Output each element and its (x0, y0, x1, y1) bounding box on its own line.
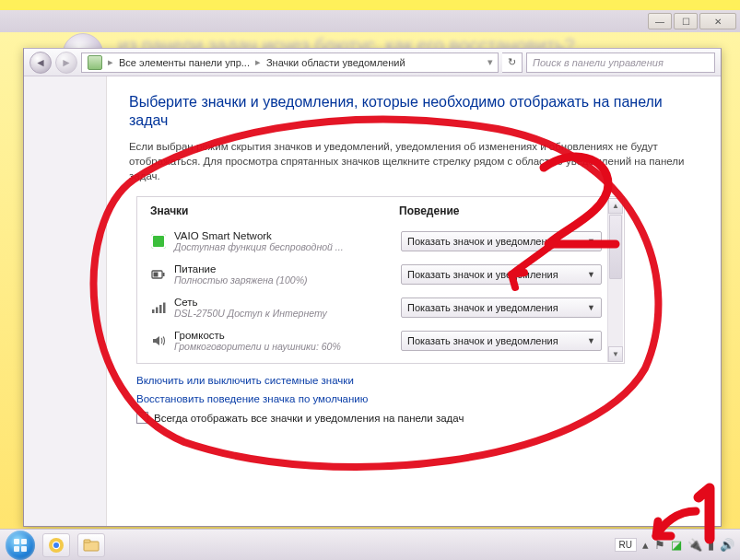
svg-rect-5 (159, 305, 162, 313)
scroll-thumb[interactable] (609, 215, 622, 279)
row-subtitle: Доступная функция беспроводной ... (174, 241, 393, 252)
behavior-dropdown[interactable]: Показать значок и уведомления▼ (401, 331, 602, 351)
search-input[interactable]: Поиск в панели управления (526, 52, 715, 73)
svg-rect-6 (163, 303, 166, 314)
behavior-dropdown[interactable]: Показать значок и уведомления▼ (401, 231, 602, 251)
table-row: Питание Полностью заряжена (100%) Показа… (137, 258, 624, 291)
tray-power-icon[interactable]: 🔌 (687, 538, 702, 552)
chevron-down-icon: ▼ (587, 237, 595, 246)
svg-point-13 (53, 542, 59, 548)
taskbar: RU ▴ ⚑ ◪ 🔌 ▮ 🔊 (0, 529, 740, 560)
taskbar-app-explorer[interactable] (77, 533, 105, 557)
always-show-checkbox[interactable] (136, 412, 148, 424)
row-subtitle: Громкоговорители и наушники: 60% (174, 341, 393, 352)
icons-table: Значки Поведение VAIO Smart Network Дост… (136, 196, 625, 364)
breadcrumb-separator: ▸ (108, 56, 113, 68)
svg-rect-1 (163, 273, 165, 276)
svg-rect-15 (84, 540, 90, 542)
start-button[interactable] (6, 531, 35, 560)
svg-rect-7 (14, 539, 19, 544)
svg-rect-10 (21, 546, 27, 552)
breadcrumb[interactable]: ▸ Все элементы панели упр... ▸ Значки об… (81, 52, 499, 73)
tray-chevron-icon[interactable]: ▴ (642, 538, 649, 552)
browser-minimize-button[interactable]: — (648, 13, 672, 29)
behavior-dropdown[interactable]: Показать значок и уведомления▼ (401, 298, 602, 318)
breadcrumb-dropdown-icon[interactable]: ▾ (483, 56, 498, 68)
nav-forward-button[interactable]: ► (55, 52, 77, 74)
breadcrumb-root[interactable]: Все элементы панели упр... (119, 57, 250, 68)
always-show-label: Всегда отображать все значки и уведомлен… (154, 413, 464, 424)
content-area: Выберите значки и уведомления, которые н… (107, 76, 721, 526)
language-indicator[interactable]: RU (615, 538, 637, 552)
column-header-behavior: Поведение (399, 204, 459, 217)
tray-network-icon[interactable]: ▮ (708, 538, 714, 552)
scroll-down-button[interactable]: ▼ (608, 346, 623, 362)
browser-maximize-button[interactable]: ☐ (674, 13, 698, 29)
chevron-down-icon: ▼ (587, 336, 595, 345)
nav-bar: ◄ ► ▸ Все элементы панели упр... ▸ Значк… (24, 49, 721, 76)
column-header-icons: Значки (150, 204, 399, 217)
chevron-down-icon: ▼ (587, 270, 595, 279)
refresh-button[interactable]: ↻ (502, 52, 523, 73)
page-title: Выберите значки и уведомления, которые н… (129, 93, 699, 130)
chevron-down-icon: ▼ (587, 303, 595, 312)
search-placeholder: Поиск в панели управления (533, 57, 664, 68)
taskbar-app-chrome[interactable] (42, 533, 70, 557)
row-subtitle: DSL-2750U Доступ к Интернету (174, 308, 393, 319)
control-panel-window: ◄ ► ▸ Все элементы панели упр... ▸ Значк… (23, 48, 722, 527)
table-row: Громкость Громкоговорители и наушники: 6… (137, 324, 624, 357)
row-title: Громкость (174, 330, 393, 341)
vaio-icon (150, 233, 167, 250)
link-system-icons[interactable]: Включить или выключить системные значки (136, 375, 699, 386)
row-title: Питание (174, 263, 393, 274)
browser-window-controls: — ☐ ✕ (0, 10, 740, 32)
table-row: Сеть DSL-2750U Доступ к Интернету Показа… (137, 291, 624, 324)
control-panel-icon (88, 55, 102, 70)
page-description: Если выбран режим скрытия значков и увед… (129, 139, 699, 183)
tray-volume-icon[interactable]: 🔊 (720, 538, 734, 552)
row-subtitle: Полностью заряжена (100%) (174, 274, 393, 286)
network-icon (150, 299, 167, 316)
system-tray: RU ▴ ⚑ ◪ 🔌 ▮ 🔊 (615, 538, 734, 552)
browser-top-strip (0, 0, 740, 10)
sidebar (24, 76, 107, 526)
svg-rect-2 (154, 273, 159, 277)
tray-vaio-icon[interactable]: ◪ (671, 538, 682, 552)
table-scrollbar[interactable]: ▲ ▼ (607, 198, 623, 362)
row-title: Сеть (174, 297, 393, 308)
browser-close-button[interactable]: ✕ (699, 13, 736, 29)
tray-flag-icon[interactable]: ⚑ (654, 538, 665, 552)
behavior-dropdown[interactable]: Показать значок и уведомления▼ (401, 264, 602, 285)
power-icon (150, 266, 167, 283)
nav-back-button[interactable]: ◄ (29, 52, 52, 74)
table-row: VAIO Smart Network Доступная функция бес… (137, 225, 624, 258)
svg-rect-3 (152, 309, 155, 313)
link-restore-defaults[interactable]: Восстановить поведение значка по умолчан… (136, 393, 699, 404)
breadcrumb-separator: ▸ (255, 56, 261, 68)
breadcrumb-current[interactable]: Значки области уведомлений (266, 57, 405, 68)
scroll-up-button[interactable]: ▲ (608, 198, 623, 214)
svg-rect-8 (21, 539, 27, 544)
svg-rect-9 (14, 546, 19, 552)
row-title: VAIO Smart Network (174, 230, 393, 241)
svg-rect-4 (156, 308, 159, 314)
volume-icon (150, 332, 167, 349)
